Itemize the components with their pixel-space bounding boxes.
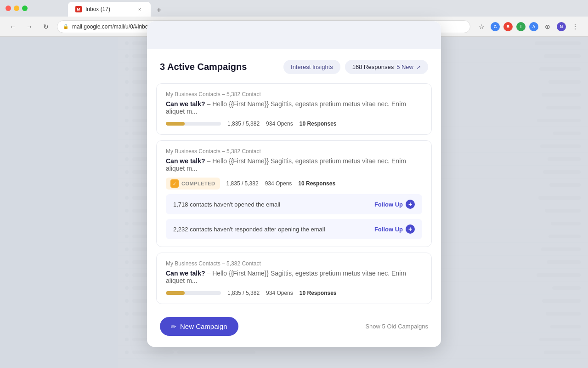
campaign-subject-3: Can we talk? – Hello {{First Name}} Sagi… <box>166 270 422 284</box>
progress-bar-3 <box>166 291 221 295</box>
progress-bar-1 <box>166 122 221 126</box>
progress-row-2: ✓ COMPLETED 1,835 / 5,382 934 Opens 10 R… <box>166 178 422 190</box>
campaign-meta-1: My Business Contacts – 5,382 Contact <box>166 91 422 98</box>
campaign-subject-1: Can we talk? – Hello {{First Name}} Sagi… <box>166 100 422 115</box>
followup-plus-icon-1: + <box>406 200 415 209</box>
campaign-card-2: My Business Contacts – 5,382 Contact Can… <box>156 140 432 247</box>
responses-new-count: 5 New <box>396 63 413 70</box>
interest-insights-button[interactable]: Interest Insights <box>283 60 340 74</box>
responses-count: 168 Responses <box>352 63 394 70</box>
subject-bold-3: Can we talk? <box>166 270 205 277</box>
followup-plus-icon-2: + <box>406 224 415 234</box>
arrow-up-right-icon: ↗ <box>416 64 421 70</box>
progress-fill-1 <box>166 122 185 126</box>
completed-check-icon: ✓ <box>170 179 179 188</box>
followup-row-1: 1,718 contacts haven't opened the email … <box>166 194 422 214</box>
opens-text-3: 934 Opens <box>266 290 293 296</box>
active-campaigns-title: 3 Active Campaigns <box>160 62 247 72</box>
modal-backdrop: 3 Active Campaigns Interest Insights 168… <box>0 0 588 368</box>
followup-button-1[interactable]: Follow Up + <box>374 200 415 209</box>
show-old-campaigns-link[interactable]: Show 5 Old Campaigns <box>365 323 428 330</box>
responses-button[interactable]: 168 Responses 5 New ↗ <box>345 60 428 74</box>
responses-count-2: 10 Responses <box>298 180 335 187</box>
followup-label-1: Follow Up <box>374 201 403 208</box>
campaign-subject-2: Can we talk? – Hello {{First Name}} Sagi… <box>166 157 422 172</box>
progress-text-1: 1,835 / 5,382 <box>227 121 260 127</box>
modal-top-row: 3 Active Campaigns Interest Insights 168… <box>160 60 428 74</box>
subject-bold-2: Can we talk? <box>166 157 205 165</box>
modal-header: 3 Active Campaigns Interest Insights 168… <box>147 49 441 74</box>
progress-row-3: 1,835 / 5,382 934 Opens 10 Responses <box>166 290 422 296</box>
followup-button-2[interactable]: Follow Up + <box>374 224 415 234</box>
followup-label-2: Follow Up <box>374 226 403 233</box>
responses-count-1: 10 Responses <box>300 121 337 127</box>
progress-fill-3 <box>166 291 185 295</box>
completed-label: COMPLETED <box>181 181 215 186</box>
campaign-list: My Business Contacts – 5,382 Contact Can… <box>147 83 441 310</box>
campaigns-modal: 3 Active Campaigns Interest Insights 168… <box>147 21 441 347</box>
progress-text-3: 1,835 / 5,382 <box>227 290 260 296</box>
campaign-meta-3: My Business Contacts – 5,382 Contact <box>166 260 422 267</box>
modal-footer: ✏ New Campaign Show 5 Old Campaigns <box>147 310 441 347</box>
followup-row-2: 2,232 contacts haven't responded after o… <box>166 219 422 239</box>
campaign-meta-2: My Business Contacts – 5,382 Contact <box>166 148 422 155</box>
modal-top-strip <box>147 21 441 49</box>
opens-text-2: 934 Opens <box>265 180 292 187</box>
campaign-card-1: My Business Contacts – 5,382 Contact Can… <box>156 83 432 135</box>
pencil-icon: ✏ <box>171 323 176 330</box>
completed-badge: ✓ COMPLETED <box>166 178 220 190</box>
responses-count-3: 10 Responses <box>300 290 337 296</box>
new-campaign-button[interactable]: ✏ New Campaign <box>160 317 238 336</box>
progress-row-1: 1,835 / 5,382 934 Opens 10 Responses <box>166 121 422 127</box>
followup-text-2: 2,232 contacts haven't responded after o… <box>173 226 325 233</box>
progress-text-2: 1,835 / 5,382 <box>226 180 259 187</box>
opens-text-1: 934 Opens <box>266 121 293 127</box>
modal-top-actions: Interest Insights 168 Responses 5 New ↗ <box>283 60 428 74</box>
new-campaign-label: New Campaign <box>180 322 227 330</box>
subject-bold-1: Can we talk? <box>166 100 205 108</box>
campaign-card-3: My Business Contacts – 5,382 Contact Can… <box>156 253 432 304</box>
followup-text-1: 1,718 contacts haven't opened the email <box>173 201 280 208</box>
